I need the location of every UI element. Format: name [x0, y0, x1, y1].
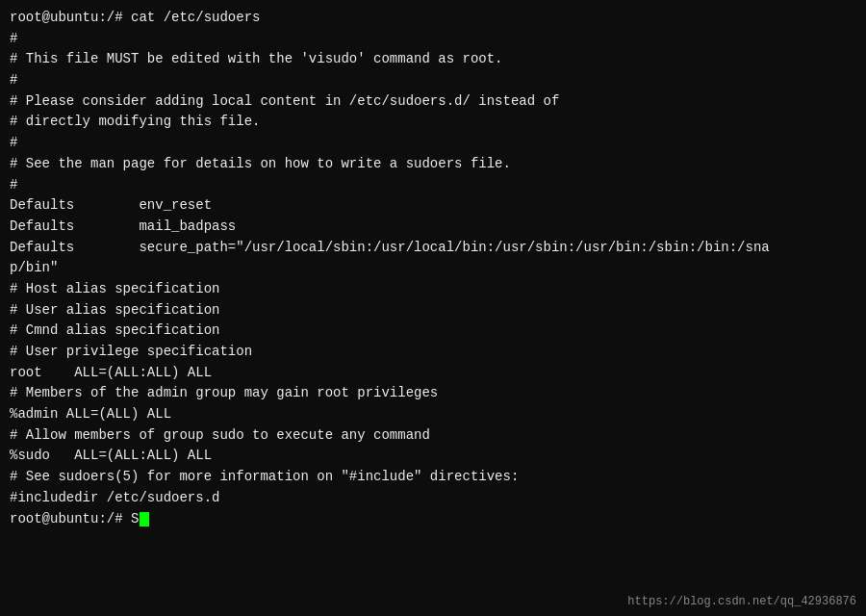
- line-32: #includedir /etc/sudoers.d: [10, 488, 856, 509]
- line-4: #: [10, 70, 856, 91]
- cursor-block: [140, 512, 149, 526]
- line-28: %sudo ALL=(ALL:ALL) ALL: [10, 446, 856, 467]
- line-19: # Cmnd alias specification: [10, 321, 856, 342]
- prompt-line[interactable]: root@ubuntu:/# S: [10, 509, 856, 530]
- line-9: #: [10, 175, 856, 196]
- line-27: # Allow members of group sudo to execute…: [10, 425, 856, 447]
- cmd-line: root@ubuntu:/# cat /etc/sudoers: [10, 8, 856, 29]
- prompt-text: root@ubuntu:/# S: [10, 509, 139, 530]
- line-8: # See the man page for details on how to…: [10, 154, 856, 175]
- line-10: Defaults env_reset: [10, 195, 856, 217]
- line-7: #: [10, 133, 856, 154]
- line-25: %admin ALL=(ALL) ALL: [10, 404, 856, 425]
- line-15: # Host alias specification: [10, 279, 856, 300]
- watermark: https://blog.csdn.net/qq_42936876: [627, 595, 856, 608]
- line-22: root ALL=(ALL:ALL) ALL: [10, 363, 856, 384]
- line-21: # User privilege specification: [10, 342, 856, 363]
- line-17: # User alias specification: [10, 300, 856, 321]
- line-11: Defaults mail_badpass: [10, 217, 856, 238]
- line-6: # directly modifying this file.: [10, 112, 856, 133]
- line-5: # Please consider adding local content i…: [10, 91, 856, 113]
- line-24: # Members of the admin group may gain ro…: [10, 383, 856, 404]
- line-13: p/bin": [10, 258, 856, 279]
- line-12: Defaults secure_path="/usr/local/sbin:/u…: [10, 238, 856, 259]
- line-2: #: [10, 29, 856, 50]
- terminal-window: root@ubuntu:/# cat /etc/sudoers # # This…: [0, 0, 866, 616]
- line-3: # This file MUST be edited with the 'vis…: [10, 49, 856, 70]
- line-30: # See sudoers(5) for more information on…: [10, 467, 856, 488]
